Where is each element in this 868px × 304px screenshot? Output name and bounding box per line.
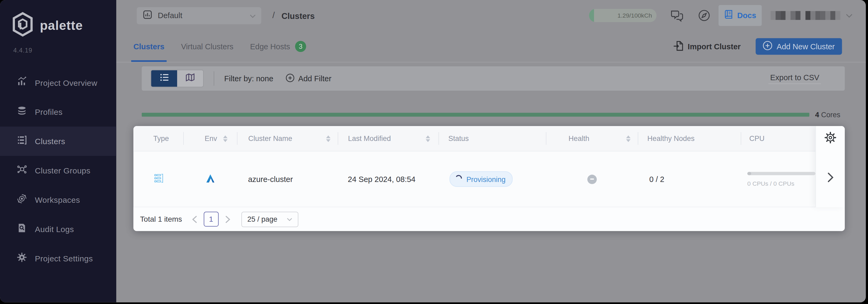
bar-chart-icon xyxy=(17,76,27,89)
spinner-icon xyxy=(455,175,463,183)
sidebar-item-label: Clusters xyxy=(35,137,65,145)
compass-icon[interactable] xyxy=(697,9,711,22)
list-toolbar: Filter by: none Add Filter Export to CSV xyxy=(142,66,845,91)
tab-clusters[interactable]: Clusters xyxy=(133,31,164,62)
column-header-type[interactable]: Type xyxy=(133,126,184,151)
sort-icon[interactable] xyxy=(626,135,631,142)
nodes-icon xyxy=(17,164,27,177)
column-label: Cluster Name xyxy=(248,134,292,142)
chevron-right-icon xyxy=(828,172,834,184)
export-to-csv-button[interactable]: Export to CSV xyxy=(769,73,821,84)
palette-logo-icon xyxy=(11,12,34,39)
top-bar: Default / Clusters 1.29/100kCh xyxy=(116,0,866,31)
sidebar-item-label: Audit Logs xyxy=(35,225,74,233)
breadcrumb-current: Clusters xyxy=(281,11,315,20)
chevron-down-icon xyxy=(287,215,292,223)
previous-page-button[interactable] xyxy=(192,215,197,223)
sidebar-item-label: Profiles xyxy=(35,107,63,116)
capacity-label: 4 Cores xyxy=(815,110,840,119)
column-header-cluster-name[interactable]: Cluster Name xyxy=(238,126,338,151)
usage-meter-fill xyxy=(589,9,594,22)
sort-icon[interactable] xyxy=(426,135,430,142)
add-new-cluster-label: Add New Cluster xyxy=(777,42,835,51)
user-menu[interactable] xyxy=(771,10,852,20)
column-label: Status xyxy=(448,134,469,142)
tab-edge-hosts[interactable]: Edge Hosts 3 xyxy=(250,31,306,62)
next-page-button[interactable] xyxy=(225,215,230,223)
import-cluster-label: Import Cluster xyxy=(688,42,741,51)
column-header-status[interactable]: Status xyxy=(439,126,546,151)
sidebar-item-label: Cluster Groups xyxy=(35,166,90,175)
sidebar-item-cluster-groups[interactable]: Cluster Groups xyxy=(0,156,116,185)
logo: palette xyxy=(0,0,116,39)
sidebar-item-clusters[interactable]: Clusters xyxy=(0,127,116,156)
pagination-total: Total 1 items xyxy=(140,215,182,223)
project-selector[interactable]: Default xyxy=(137,7,261,24)
sidebar-item-project-overview[interactable]: Project Overview xyxy=(0,68,116,97)
column-header-health[interactable]: Health xyxy=(546,126,638,151)
tabs-row: Clusters Virtual Clusters Edge Hosts 3 I… xyxy=(116,31,866,62)
column-label: Healthy Nodes xyxy=(647,134,694,142)
column-label: Last Modified xyxy=(348,134,391,142)
sidebar-item-project-settings[interactable]: Project Settings xyxy=(0,244,116,273)
capacity-row: 4 Cores xyxy=(142,110,840,119)
list-view-button[interactable] xyxy=(151,70,177,87)
usage-meter[interactable]: 1.29/100kCh xyxy=(589,9,656,22)
plus-circle-icon xyxy=(285,73,294,84)
filter-by-label: Filter by: none xyxy=(224,74,273,83)
map-view-button[interactable] xyxy=(177,70,203,87)
column-label: Env xyxy=(205,134,217,142)
sidebar-nav: Project Overview Profiles Clusters Clust… xyxy=(0,68,116,273)
sidebar-item-audit-logs[interactable]: Audit Logs xyxy=(0,214,116,244)
chart-square-icon xyxy=(142,9,153,22)
docs-button[interactable]: Docs xyxy=(718,5,762,26)
tab-label: Clusters xyxy=(133,42,164,51)
sidebar-item-profiles[interactable]: Profiles xyxy=(0,97,116,127)
column-header-cpu[interactable]: CPU xyxy=(741,126,815,151)
page-number-1[interactable]: 1 xyxy=(204,212,218,227)
gear-icon xyxy=(824,131,837,146)
import-file-icon xyxy=(673,40,683,53)
column-header-last-modified[interactable]: Last Modified xyxy=(338,126,439,151)
page-size-select[interactable]: 25 / page xyxy=(241,211,298,227)
column-header-healthy-nodes[interactable]: Healthy Nodes xyxy=(639,126,741,151)
import-cluster-button[interactable]: Import Cluster xyxy=(673,40,741,53)
cell-health xyxy=(546,151,638,206)
main-area: Default / Clusters 1.29/100kCh xyxy=(116,0,866,302)
status-badge: Provisioning xyxy=(450,171,513,187)
column-label: Type xyxy=(153,134,169,142)
cpu-usage-text: 0 CPUs / 0 CPUs xyxy=(747,180,795,187)
book-icon xyxy=(724,9,733,22)
servers-icon xyxy=(17,135,27,147)
add-new-cluster-button[interactable]: Add New Cluster xyxy=(756,38,842,55)
chevron-down-icon xyxy=(250,10,256,20)
tab-label: Edge Hosts xyxy=(250,42,290,51)
screen-scaler: palette 4.4.19 Project Overview Profiles xyxy=(0,0,868,304)
layers-icon xyxy=(17,105,27,118)
list-view-icon xyxy=(159,73,169,84)
sort-icon[interactable] xyxy=(223,135,228,142)
sidebar-item-workspaces[interactable]: Workspaces xyxy=(0,185,116,214)
add-filter-button[interactable]: Add Filter xyxy=(285,73,331,84)
scroll-right-button[interactable] xyxy=(828,151,834,206)
column-settings-button[interactable] xyxy=(824,126,837,151)
usage-meter-text: 1.29/100kCh xyxy=(618,12,652,19)
cell-type xyxy=(133,151,184,206)
doc-search-icon xyxy=(17,223,27,236)
cell-cluster-name[interactable]: azure-cluster xyxy=(238,151,338,206)
tab-virtual-clusters[interactable]: Virtual Clusters xyxy=(181,31,234,62)
breadcrumb-separator: / xyxy=(272,10,275,20)
sort-icon[interactable] xyxy=(326,135,331,142)
chat-button[interactable] xyxy=(670,8,684,22)
column-label: Health xyxy=(568,134,589,142)
column-header-env[interactable]: Env xyxy=(184,126,238,151)
version-label: 4.4.19 xyxy=(0,39,116,54)
app-window: palette 4.4.19 Project Overview Profiles xyxy=(0,0,866,302)
pagination: Total 1 items 1 25 / page xyxy=(133,207,845,231)
view-toggle xyxy=(150,70,204,87)
chevron-down-icon xyxy=(846,10,852,20)
table-row[interactable]: azure-cluster 24 Sep 2024, 08:54 Provisi… xyxy=(133,151,815,207)
cluster-servers-icon xyxy=(153,173,163,185)
sidebar: palette 4.4.19 Project Overview Profiles xyxy=(0,0,116,302)
cell-last-modified: 24 Sep 2024, 08:54 xyxy=(338,151,439,206)
